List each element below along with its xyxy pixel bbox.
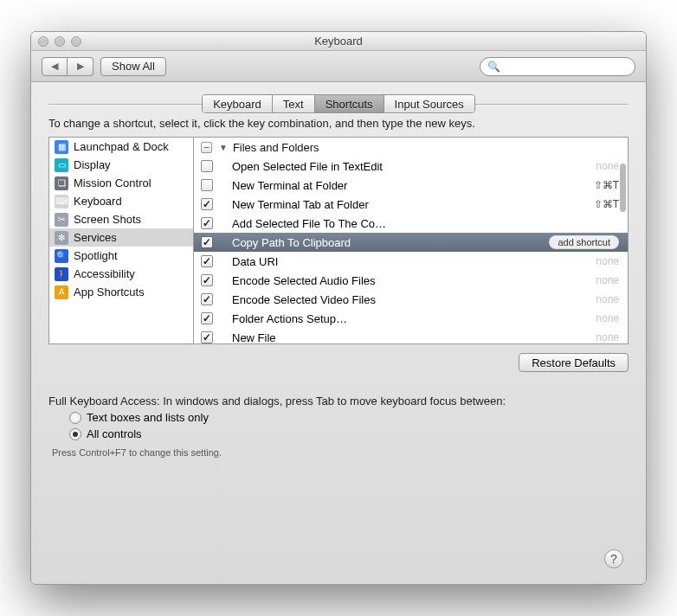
sidebar-item-label: Keyboard [74,195,122,208]
sidebar-item[interactable]: ⌨Keyboard [49,192,193,210]
sidebar-item-label: Mission Control [74,176,152,189]
category-icon: ⌨ [55,195,68,209]
sidebar-item-label: Screen Shots [74,213,141,226]
service-name: Encode Selected Video Files [232,293,596,306]
tab-bar: Keyboard Text Shortcuts Input Sources [202,94,475,113]
traffic-lights [31,36,81,47]
help-icon: ? [610,552,617,566]
shortcut-none: none [596,312,619,324]
checkbox[interactable] [201,236,213,248]
titlebar: Keyboard [31,32,646,51]
sidebar-item[interactable]: 🔍Spotlight [49,247,193,265]
preferences-window: Keyboard ◀ ▶ Show All 🔍 Keyboard Text Sh… [30,31,647,585]
disclosure-triangle-icon[interactable]: ▼ [219,143,228,152]
sidebar-item[interactable]: ✂Screen Shots [49,210,193,228]
search-input[interactable]: 🔍 [480,57,635,76]
service-row[interactable]: Open Selected File in TextEditnone [194,157,628,176]
sidebar-item[interactable]: 🚶Accessibility [49,265,193,283]
shortcut-none: none [596,160,619,172]
service-name: Open Selected File in TextEdit [232,160,596,173]
service-name: Data URI [232,255,596,268]
show-all-label: Show All [112,60,155,73]
services-list[interactable]: − ▼ Files and Folders Open Selected File… [194,137,629,344]
category-list[interactable]: ▦Launchpad & Dock▭Display❏Mission Contro… [48,137,194,344]
tab-input-sources[interactable]: Input Sources [384,95,474,112]
chevron-right-icon: ▶ [77,61,84,72]
sidebar-item[interactable]: ▭Display [49,156,193,174]
category-icon: 🚶 [55,267,68,281]
service-name: New Terminal at Folder [232,179,594,192]
category-icon: ▦ [55,140,68,154]
service-row[interactable]: Copy Path To Clipboardadd shortcut [194,233,628,252]
service-row[interactable]: Encode Selected Video Filesnone [194,290,628,309]
chevron-left-icon: ◀ [51,61,58,72]
service-row[interactable]: Add Selected File To The Co… [194,214,628,233]
sidebar-item[interactable]: ▦Launchpad & Dock [49,138,193,156]
shortcut-none: none [596,255,619,267]
service-row[interactable]: New Filenone [194,328,628,344]
back-button[interactable]: ◀ [42,57,68,76]
window-title: Keyboard [31,35,646,48]
shortcut-label[interactable]: ⇧⌘T [594,198,619,210]
checkbox[interactable] [201,331,213,343]
minimize-icon[interactable] [55,36,65,47]
search-text[interactable] [504,61,634,73]
sidebar-item-label: Launchpad & Dock [74,140,169,153]
sidebar-item[interactable]: ❏Mission Control [49,174,193,192]
toolbar: ◀ ▶ Show All 🔍 [31,51,646,82]
radio-icon[interactable] [69,428,81,440]
shortcut-none: none [596,331,619,343]
checkbox[interactable] [201,198,213,210]
service-row[interactable]: New Terminal Tab at Folder⇧⌘T [194,195,628,214]
checkbox[interactable] [201,312,213,324]
checkbox[interactable] [201,160,213,172]
fka-hint: Press Control+F7 to change this setting. [52,447,629,458]
category-icon: A [55,286,68,299]
service-name: New File [232,331,596,344]
search-icon: 🔍 [487,61,500,73]
service-row[interactable]: Folder Actions Setup…none [194,309,628,328]
forward-button[interactable]: ▶ [68,57,93,76]
checkbox[interactable] [201,293,213,305]
checkbox[interactable] [201,179,213,191]
fka-option-allcontrols[interactable]: All controls [69,427,629,440]
service-row[interactable]: Encode Selected Audio Filesnone [194,271,628,290]
category-icon: ▭ [55,158,68,172]
shortcut-none: none [596,274,619,286]
sidebar-item-label: Accessibility [74,267,135,280]
checkbox[interactable] [201,274,213,286]
service-row[interactable]: Data URInone [194,252,628,271]
category-icon: ❏ [55,176,68,190]
services-group-label: Files and Folders [233,141,319,154]
sidebar-item[interactable]: AApp Shortcuts [49,283,193,301]
add-shortcut-button[interactable]: add shortcut [549,235,619,249]
show-all-button[interactable]: Show All [100,57,166,76]
restore-defaults-button[interactable]: Restore Defaults [519,353,629,372]
zoom-icon[interactable] [71,36,81,47]
sidebar-item-label: Services [74,231,117,244]
collapse-icon[interactable]: − [201,142,212,153]
service-row[interactable]: New Terminal at Folder⇧⌘T [194,176,628,195]
category-icon: 🔍 [55,249,68,263]
shortcut-none: none [596,293,619,305]
service-name: Add Selected File To The Co… [232,217,619,230]
scrollbar-thumb[interactable] [620,164,626,212]
sidebar-item-label: App Shortcuts [74,286,145,298]
sidebar-item[interactable]: ✼Services [49,228,193,247]
services-group-header[interactable]: − ▼ Files and Folders [194,138,628,157]
tab-shortcuts[interactable]: Shortcuts [315,95,384,112]
radio-icon[interactable] [69,412,81,424]
shortcut-label[interactable]: ⇧⌘T [594,179,619,191]
service-name: Encode Selected Audio Files [232,274,596,287]
checkbox[interactable] [201,217,213,229]
tab-text[interactable]: Text [273,95,315,112]
instruction-text: To change a shortcut, select it, click t… [48,117,629,130]
category-icon: ✼ [55,231,68,245]
close-icon[interactable] [38,36,48,47]
tab-keyboard[interactable]: Keyboard [203,95,273,112]
full-keyboard-access-label: Full Keyboard Access: In windows and dia… [48,395,629,407]
sidebar-item-label: Display [74,158,111,171]
fka-option-textboxes[interactable]: Text boxes and lists only [69,411,629,424]
help-button[interactable]: ? [604,549,623,568]
checkbox[interactable] [201,255,213,267]
